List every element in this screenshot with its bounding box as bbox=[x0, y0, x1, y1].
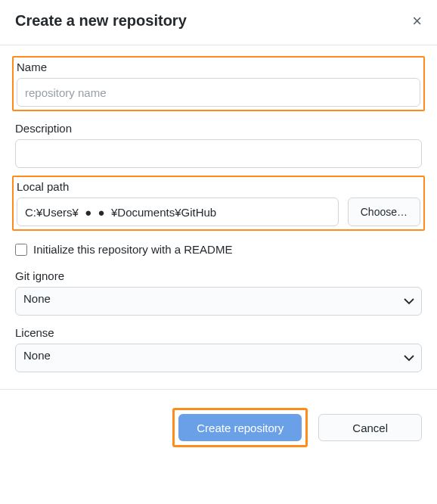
name-field-highlight: Name bbox=[12, 56, 425, 111]
dialog-header: Create a new repository × bbox=[0, 0, 437, 45]
local-path-input[interactable] bbox=[17, 198, 339, 226]
dialog-title: Create a new repository bbox=[15, 12, 187, 30]
license-select[interactable]: None bbox=[15, 344, 422, 372]
description-label: Description bbox=[15, 122, 422, 135]
license-label: License bbox=[15, 326, 422, 339]
name-label: Name bbox=[17, 61, 420, 73]
close-icon[interactable]: × bbox=[412, 13, 422, 30]
readme-checkbox-row: Initialize this repository with a README bbox=[15, 243, 422, 256]
description-field: Description bbox=[15, 122, 422, 168]
dialog-body: Name Description Local path Choose… Init… bbox=[0, 45, 437, 389]
create-button-highlight: Create repository bbox=[172, 408, 308, 447]
local-path-label: Local path bbox=[17, 180, 420, 193]
git-ignore-select[interactable]: None bbox=[15, 287, 422, 316]
create-repository-button[interactable]: Create repository bbox=[178, 414, 302, 441]
git-ignore-field: Git ignore None bbox=[15, 269, 422, 316]
license-field: License None bbox=[15, 326, 422, 372]
dialog-footer: Create repository Cancel bbox=[0, 389, 437, 464]
choose-button[interactable]: Choose… bbox=[348, 198, 420, 226]
description-input[interactable] bbox=[15, 139, 422, 168]
readme-checkbox[interactable] bbox=[15, 244, 27, 256]
local-path-highlight: Local path Choose… bbox=[12, 176, 425, 231]
name-input[interactable] bbox=[17, 78, 420, 107]
cancel-button[interactable]: Cancel bbox=[318, 414, 422, 441]
git-ignore-label: Git ignore bbox=[15, 269, 422, 282]
readme-label: Initialize this repository with a README bbox=[33, 243, 232, 256]
